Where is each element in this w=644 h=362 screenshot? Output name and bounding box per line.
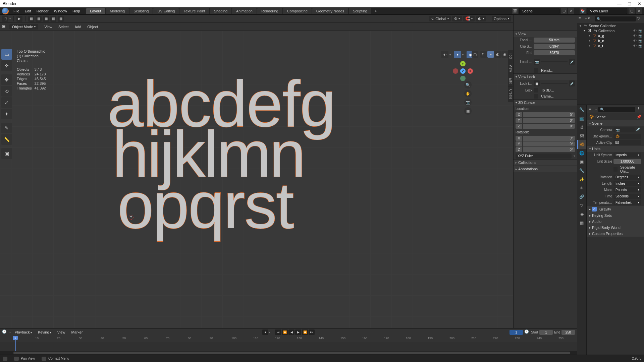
xray-toggle-icon[interactable]: ▢ (472, 51, 478, 58)
selectability-toggle-icon[interactable]: 👁 (441, 51, 448, 58)
menu-render[interactable]: Render (34, 7, 51, 15)
workspace-tab-compositing[interactable]: Compositing (283, 8, 312, 14)
lock-to-eyedropper-icon[interactable]: 💉 (569, 80, 575, 86)
end-frame-field[interactable]: 250 (561, 330, 575, 335)
outliner-item-a-g[interactable]: ▸▽a_g👁📷 (577, 33, 644, 38)
mode-selector[interactable]: Object Mode (9, 24, 38, 29)
viewlayer-new-icon[interactable]: ▢ (629, 8, 635, 14)
rotation-unit-dropdown[interactable]: Degrees▾ (613, 175, 641, 180)
prop-tab-modifiers-icon[interactable]: 🔧 (577, 166, 586, 175)
proportional-dropdown[interactable]: ◐ (476, 16, 486, 21)
viewport-menu-object[interactable]: Object (85, 25, 100, 29)
separate-units-checkbox[interactable] (613, 167, 618, 172)
background-scene-field[interactable]: 🔆 (613, 134, 641, 139)
gizmo-axis-y-neg[interactable] (460, 76, 466, 81)
window-maximize-icon[interactable]: ☐ (628, 1, 632, 6)
pan-icon[interactable]: ✋ (464, 90, 472, 97)
workspace-tab-geometry-nodes[interactable]: Geometry Nodes (312, 8, 348, 14)
gizmo-axis-y[interactable]: Y (460, 61, 466, 66)
viewport-canvas[interactable]: abcdefg hijklmn opqrst 👁 ▾ ✦ ▾ ◉ ▾ ▢ ⬚ ●… (0, 31, 513, 328)
props-options-icon[interactable]: ⋮ (637, 107, 642, 112)
length-unit-dropdown[interactable]: Inches▾ (613, 181, 641, 186)
viewport-3d[interactable]: ⬚ ▾ ▶ ▦ ▦ ▦ ▦ ▦ ↯ Global ⊙ 🧲 ◐ Options ▣… (0, 15, 513, 328)
outliner-editor-type-icon[interactable]: ≡ (579, 16, 584, 21)
window-minimize-icon[interactable]: — (617, 1, 622, 6)
collection-render-icon[interactable]: 📷 (638, 29, 643, 33)
scene-new-icon[interactable]: ▢ (561, 8, 567, 14)
jump-start-icon[interactable]: ⏮ (275, 329, 281, 335)
gravity-checkbox[interactable]: ✓ (592, 207, 597, 212)
item-visibility-icon[interactable]: 👁 (633, 34, 637, 38)
npanel-section-view[interactable]: View (514, 31, 577, 37)
workspace-add-button[interactable]: + (372, 8, 379, 14)
workspace-tab-rendering[interactable]: Rendering (257, 8, 282, 14)
menu-help[interactable]: Help (70, 7, 83, 15)
scene-delete-icon[interactable]: ✕ (568, 8, 574, 14)
local-camera-field[interactable] (541, 61, 568, 62)
item-render-icon[interactable]: 📷 (638, 39, 643, 43)
props-search-input[interactable]: 🔍 (598, 107, 635, 112)
tool-cursor[interactable]: ✛ (1, 60, 12, 71)
item-visibility-icon[interactable]: 👁 (633, 39, 637, 43)
clip-start-field[interactable]: 0.394" (534, 44, 575, 49)
preview-range-icon[interactable]: 🕐 (524, 329, 530, 335)
clip-end-field[interactable]: 39370 (534, 50, 575, 55)
lock-camera-checkbox[interactable] (534, 94, 538, 99)
local-camera-picker[interactable]: 📷 (534, 59, 540, 65)
npanel-section-3dcursor[interactable]: 3D Cursor (514, 100, 577, 106)
menu-file[interactable]: File (11, 7, 22, 15)
gizmo-toggle-icon[interactable]: ✦ (454, 51, 461, 58)
time-unit-dropdown[interactable]: Seconds▾ (613, 194, 641, 199)
scene-name-field[interactable] (519, 8, 559, 14)
tool-add-primitive[interactable]: ▣ (1, 148, 12, 159)
perspective-toggle-icon[interactable]: ▦ (464, 107, 472, 115)
item-render-icon[interactable]: 📷 (638, 34, 643, 38)
shading-rendered-icon[interactable]: ◉ (501, 51, 508, 58)
shading-solid-icon[interactable]: ● (487, 51, 494, 58)
workspace-tab-texture-paint[interactable]: Texture Paint (179, 8, 209, 14)
prop-tab-tool-icon[interactable]: 🔧 (577, 105, 586, 114)
timeline-playback-menu[interactable]: Playback (13, 330, 34, 334)
window-close-icon[interactable]: ✕ (638, 1, 641, 6)
prop-tab-render-icon[interactable]: 📺 (577, 114, 586, 123)
npanel-tab-tool[interactable]: Tool (508, 50, 513, 62)
viewport-menu-select[interactable]: Select (56, 25, 71, 29)
prop-tab-scene-icon[interactable]: 🔆 (577, 140, 586, 149)
play-icon[interactable]: ▶ (295, 329, 301, 335)
npanel-tab-edit[interactable]: Edit (508, 75, 513, 86)
lock-to-picker-icon[interactable]: ▣ (534, 80, 540, 86)
unit-scale-field[interactable]: 1.000000 (613, 159, 641, 164)
temperature-unit-dropdown[interactable]: Fahrenheit▾ (613, 200, 641, 205)
npanel-section-viewlock[interactable]: View Lock (514, 74, 577, 80)
viewport-menu-view[interactable]: View (42, 25, 54, 29)
props-editor-type-icon[interactable]: ≡ (589, 107, 594, 112)
navigation-gizmo[interactable]: Y X Z (453, 61, 473, 81)
render-region-checkbox[interactable] (534, 68, 538, 73)
item-render-icon[interactable]: 📷 (638, 44, 643, 48)
cursor-rot-x[interactable]: 0° (523, 136, 575, 141)
camera-field[interactable]: 📷 (613, 127, 635, 132)
tool-move[interactable]: ✥ (1, 74, 12, 85)
shading-wireframe-icon[interactable]: ⬚ (480, 51, 487, 58)
workspace-tab-layout[interactable]: Layout (86, 8, 105, 14)
tool-rotate[interactable]: ⟲ (1, 86, 12, 97)
autokey-toggle-icon[interactable]: ● (262, 329, 268, 335)
unit-system-dropdown[interactable]: Imperial▾ (613, 153, 641, 158)
menu-edit[interactable]: Edit (22, 7, 34, 15)
viewlayer-browse-icon[interactable]: 📚 (580, 8, 586, 14)
collection-visibility-icon[interactable]: 👁 (633, 29, 637, 33)
npanel-section-annotations[interactable]: Annotations (514, 166, 577, 172)
keyframe-prev-icon[interactable]: ⏪ (282, 329, 288, 335)
shading-material-icon[interactable]: ◐ (494, 51, 501, 58)
lock-to-field[interactable] (541, 83, 568, 84)
camera-view-icon[interactable]: 📷 (464, 99, 472, 106)
outliner-filter-icon[interactable]: ▽ (637, 16, 643, 21)
menu-window[interactable]: Window (51, 7, 70, 15)
outliner-search-input[interactable]: 🔍 (595, 16, 636, 21)
props-section-scene[interactable]: Scene (587, 120, 644, 126)
prop-tab-data-icon[interactable]: ▽ (577, 201, 586, 210)
prop-tab-material-icon[interactable]: ◉ (577, 210, 586, 219)
current-frame-field[interactable]: 1 (509, 330, 523, 335)
outliner-item-h-n[interactable]: ▸▽h_n👁📷 (577, 38, 644, 43)
viewport-menu-add[interactable]: Add (73, 25, 84, 29)
